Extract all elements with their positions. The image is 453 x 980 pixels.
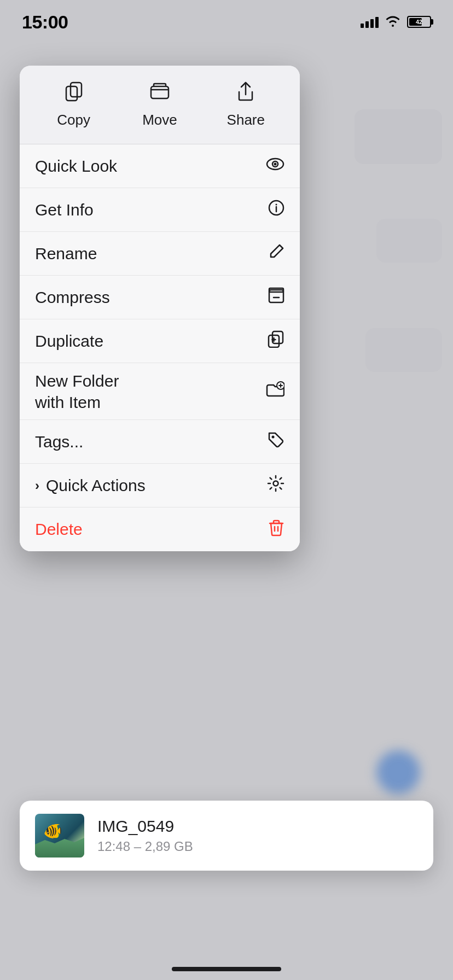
share-icon (235, 81, 256, 106)
bg-element-1 (355, 109, 442, 164)
file-meta: 12:48 – 2,89 GB (97, 839, 418, 854)
context-menu: Copy Move Share Q (20, 66, 300, 551)
svg-point-5 (274, 163, 277, 166)
new-folder-item[interactable]: New Folderwith Item (20, 363, 300, 420)
status-time: 15:00 (22, 11, 68, 33)
quick-actions-left: › Quick Actions (35, 476, 146, 495)
rename-item[interactable]: Rename (20, 232, 300, 276)
duplicate-item[interactable]: Duplicate (20, 319, 300, 363)
quick-actions-item[interactable]: › Quick Actions (20, 464, 300, 508)
delete-label: Delete (35, 520, 83, 539)
svg-point-13 (272, 436, 275, 439)
quick-actions-label: Quick Actions (46, 476, 146, 495)
battery-icon: 42 (407, 16, 431, 28)
bg-element-3 (365, 328, 442, 372)
new-folder-icon (266, 381, 284, 401)
info-icon (268, 200, 284, 220)
move-icon (149, 81, 170, 106)
quick-look-label: Quick Look (35, 157, 117, 176)
top-actions-row: Copy Move Share (20, 66, 300, 144)
bg-blue-circle (376, 750, 420, 794)
svg-rect-1 (66, 86, 77, 101)
bg-element-2 (376, 219, 442, 262)
svg-point-14 (274, 481, 278, 486)
archive-icon (268, 287, 284, 308)
chevron-right-icon: › (35, 478, 39, 493)
svg-rect-2 (151, 86, 169, 98)
move-label: Move (142, 112, 177, 129)
get-info-item[interactable]: Get Info (20, 188, 300, 232)
file-card: IMG_0549 12:48 – 2,89 GB (20, 801, 433, 871)
delete-item[interactable]: Delete (20, 508, 300, 551)
get-info-label: Get Info (35, 201, 94, 219)
trash-icon (268, 519, 284, 540)
copy-icon (63, 81, 84, 106)
tags-label: Tags... (35, 433, 83, 451)
file-info: IMG_0549 12:48 – 2,89 GB (97, 817, 418, 854)
status-icons: 42 (361, 15, 431, 29)
pencil-icon (269, 243, 284, 264)
file-thumbnail (35, 814, 84, 858)
compress-item[interactable]: Compress (20, 276, 300, 319)
share-label: Share (227, 112, 265, 129)
duplicate-icon (267, 330, 284, 352)
tag-icon (267, 431, 284, 452)
gear-icon (267, 475, 284, 496)
share-action[interactable]: Share (224, 81, 268, 129)
copy-action[interactable]: Copy (52, 81, 96, 129)
wifi-icon (385, 15, 400, 29)
signal-icon (361, 16, 379, 28)
move-action[interactable]: Move (138, 81, 182, 129)
duplicate-label: Duplicate (35, 332, 103, 351)
rename-label: Rename (35, 244, 97, 263)
file-name: IMG_0549 (97, 817, 418, 836)
copy-label: Copy (57, 112, 90, 129)
svg-rect-0 (71, 83, 82, 97)
compress-label: Compress (35, 288, 110, 307)
quick-look-item[interactable]: Quick Look (20, 144, 300, 188)
home-indicator (172, 967, 281, 971)
svg-point-7 (276, 204, 277, 206)
status-bar: 15:00 42 (0, 0, 453, 44)
tags-item[interactable]: Tags... (20, 420, 300, 464)
new-folder-label: New Folderwith Item (35, 370, 119, 413)
eye-icon (266, 156, 284, 176)
